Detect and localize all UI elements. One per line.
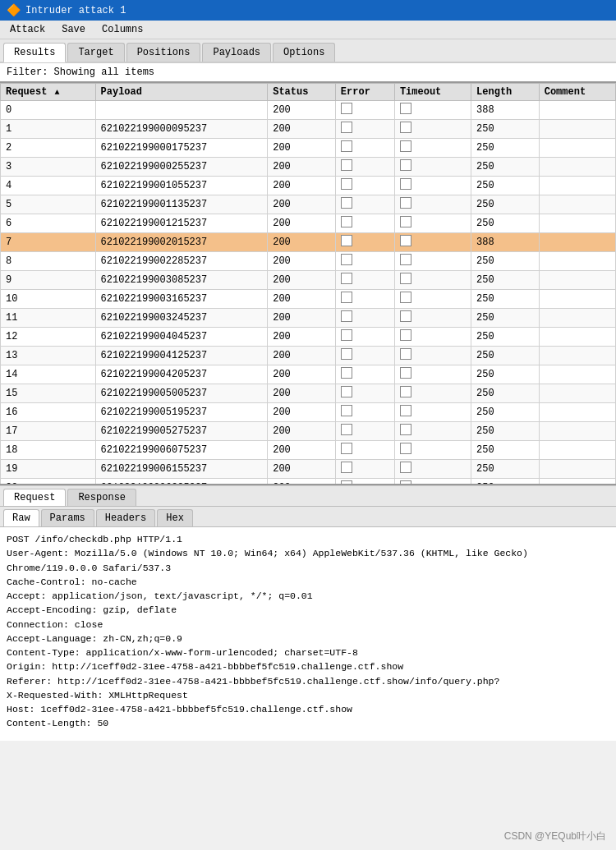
cell-status: 200 xyxy=(268,309,336,328)
cell-status: 200 xyxy=(268,271,336,290)
request-line: X-Requested-With: XMLHttpRequest xyxy=(7,688,609,702)
col-header-error[interactable]: Error xyxy=(335,84,394,101)
table-row[interactable]: 3621022199000255237200250 xyxy=(1,158,616,177)
cell-comment xyxy=(539,347,615,365)
col-header-timeout[interactable]: Timeout xyxy=(394,84,471,101)
table-row[interactable]: 19621022199006155237200250 xyxy=(1,460,616,479)
cell-error xyxy=(335,384,394,403)
table-row[interactable]: 10621022199003165237200250 xyxy=(1,290,616,309)
table-row[interactable]: 18621022199006075237200250 xyxy=(1,441,616,460)
request-line: Cache-Control: no-cache xyxy=(7,575,609,589)
col-header-length[interactable]: Length xyxy=(471,84,540,101)
cell-length: 250 xyxy=(471,384,540,403)
cell-payload: 621022199006235237 xyxy=(95,479,268,486)
cell-length: 250 xyxy=(471,365,540,384)
filter-bar: Filter: Showing all items xyxy=(0,63,616,83)
cell-payload: 621022199000255237 xyxy=(95,158,268,177)
table-row[interactable]: 16621022199005195237200250 xyxy=(1,403,616,422)
cell-timeout xyxy=(394,347,471,365)
cell-timeout xyxy=(394,158,471,177)
cell-status: 200 xyxy=(268,479,336,486)
table-row[interactable]: 9621022199003085237200250 xyxy=(1,271,616,290)
rr-tab-request[interactable]: Request xyxy=(3,489,66,506)
cell-request-id: 5 xyxy=(1,195,96,214)
menu-attack[interactable]: Attack xyxy=(3,22,52,37)
table-row[interactable]: 12621022199004045237200250 xyxy=(1,328,616,347)
menu-columns[interactable]: Columns xyxy=(95,22,149,37)
request-line: POST /info/checkdb.php HTTP/1.1 xyxy=(7,532,609,546)
cell-request-id: 12 xyxy=(1,328,96,347)
cell-request-id: 16 xyxy=(1,403,96,422)
col-header-request[interactable]: Request ▲ xyxy=(1,84,96,101)
request-line xyxy=(7,731,609,742)
cell-timeout xyxy=(394,460,471,479)
table-row[interactable]: 8621022199002285237200250 xyxy=(1,252,616,271)
col-header-payload[interactable]: Payload xyxy=(95,84,268,101)
request-line: Host: 1ceff0d2-31ee-4758-a421-bbbbef5fc5… xyxy=(7,702,609,716)
cell-comment xyxy=(539,460,615,479)
cell-error xyxy=(335,233,394,252)
cell-payload: 621022199004205237 xyxy=(95,365,268,384)
tab-results[interactable]: Results xyxy=(3,43,66,62)
table-row[interactable]: 13621022199004125237200250 xyxy=(1,347,616,365)
cell-payload: 621022199001215237 xyxy=(95,214,268,233)
cell-status: 200 xyxy=(268,177,336,195)
cell-comment xyxy=(539,441,615,460)
cell-payload: 621022199002015237 xyxy=(95,233,268,252)
rr-tab-response[interactable]: Response xyxy=(67,489,136,506)
request-line: Referer: http://1ceff0d2-31ee-4758-a421-… xyxy=(7,674,609,688)
window-title: Intruder attack 1 xyxy=(25,5,126,16)
cell-comment xyxy=(539,422,615,441)
cell-error xyxy=(335,195,394,214)
cell-length: 250 xyxy=(471,120,540,139)
table-row[interactable]: 0200388 xyxy=(1,101,616,120)
raw-tab-hex[interactable]: Hex xyxy=(157,509,193,526)
raw-tab-raw[interactable]: Raw xyxy=(3,509,39,526)
menu-save[interactable]: Save xyxy=(55,22,92,37)
tab-positions[interactable]: Positions xyxy=(126,43,201,62)
table-row[interactable]: 14621022199004205237200250 xyxy=(1,365,616,384)
cell-length: 250 xyxy=(471,158,540,177)
cell-status: 200 xyxy=(268,214,336,233)
filter-text: Filter: Showing all items xyxy=(7,67,154,78)
cell-status: 200 xyxy=(268,101,336,120)
cell-length: 250 xyxy=(471,290,540,309)
table-row[interactable]: 2621022199000175237200250 xyxy=(1,139,616,158)
cell-status: 200 xyxy=(268,139,336,158)
table-row[interactable]: 1621022199000095237200250 xyxy=(1,120,616,139)
cell-length: 388 xyxy=(471,233,540,252)
cell-comment xyxy=(539,120,615,139)
cell-error xyxy=(335,422,394,441)
cell-error xyxy=(335,460,394,479)
tab-target[interactable]: Target xyxy=(67,43,124,62)
col-header-status[interactable]: Status xyxy=(268,84,336,101)
cell-error xyxy=(335,365,394,384)
cell-status: 200 xyxy=(268,233,336,252)
cell-timeout xyxy=(394,422,471,441)
table-row[interactable]: 17621022199005275237200250 xyxy=(1,422,616,441)
cell-request-id: 4 xyxy=(1,177,96,195)
raw-tab-params[interactable]: Params xyxy=(41,509,94,526)
cell-comment xyxy=(539,309,615,328)
table-row[interactable]: 7621022199002015237200388 xyxy=(1,233,616,252)
cell-timeout xyxy=(394,195,471,214)
cell-error xyxy=(335,101,394,120)
raw-tab-headers[interactable]: Headers xyxy=(96,509,155,526)
table-row[interactable]: 5621022199001135237200250 xyxy=(1,195,616,214)
cell-payload: 621022199001135237 xyxy=(95,195,268,214)
table-header-row: Request ▲ Payload Status Error Timeout L… xyxy=(1,84,616,101)
app-icon: 🔶 xyxy=(7,3,21,17)
table-row[interactable]: 6621022199001215237200250 xyxy=(1,214,616,233)
cell-error xyxy=(335,271,394,290)
tab-options[interactable]: Options xyxy=(273,43,335,62)
table-row[interactable]: 4621022199001055237200250 xyxy=(1,177,616,195)
table-row[interactable]: 15621022199005005237200250 xyxy=(1,384,616,403)
tab-payloads[interactable]: Payloads xyxy=(202,43,271,62)
cell-comment xyxy=(539,384,615,403)
results-table-wrapper[interactable]: Request ▲ Payload Status Error Timeout L… xyxy=(0,83,616,485)
cell-request-id: 1 xyxy=(1,120,96,139)
table-row[interactable]: 11621022199003245237200250 xyxy=(1,309,616,328)
col-header-comment[interactable]: Comment xyxy=(539,84,615,101)
cell-status: 200 xyxy=(268,328,336,347)
table-row[interactable]: 20621022199006235237200250 xyxy=(1,479,616,486)
